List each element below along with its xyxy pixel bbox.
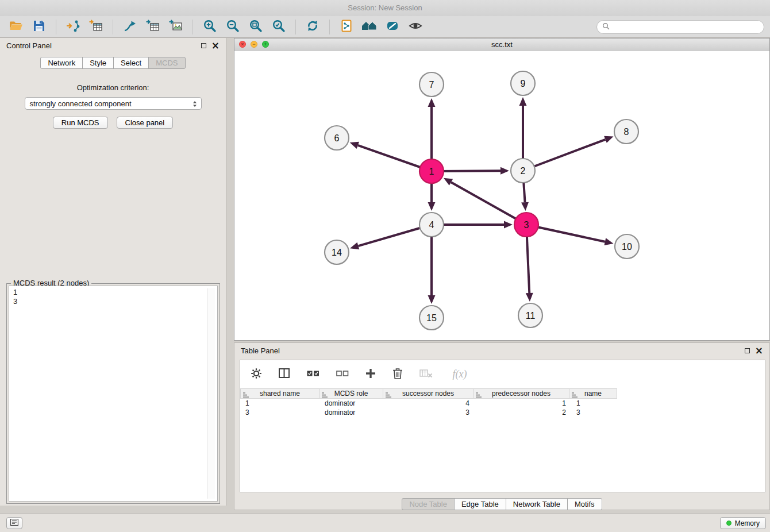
- table-cell[interactable]: 2: [475, 408, 571, 417]
- tab-network-table[interactable]: Network Table: [506, 498, 568, 510]
- export-table-button[interactable]: [143, 18, 163, 36]
- graph-node-6[interactable]: 6: [325, 126, 349, 150]
- window-maximize-button[interactable]: +: [262, 41, 269, 48]
- function-builder-button[interactable]: f(x): [449, 365, 471, 384]
- magnifier-minus-icon: [226, 19, 240, 34]
- table-settings-button[interactable]: [249, 365, 263, 384]
- graph-node-14[interactable]: 14: [325, 240, 349, 264]
- graph-edge-arrow: [519, 97, 527, 106]
- mcds-result-group: MCDS result (2 nodes) 13: [6, 283, 220, 504]
- apply-style-button[interactable]: [382, 18, 403, 36]
- table-cell[interactable]: 3: [571, 408, 619, 417]
- float-panel-icon[interactable]: [745, 348, 750, 353]
- table-cell[interactable]: 3: [384, 408, 475, 417]
- zoom-selected-button[interactable]: [268, 18, 289, 36]
- mcds-result-item[interactable]: 3: [13, 297, 213, 306]
- zoom-fit-button[interactable]: [245, 18, 266, 36]
- table-cell[interactable]: dominator: [319, 408, 384, 417]
- table-cell[interactable]: 1: [571, 399, 619, 408]
- tab-select[interactable]: Select: [113, 57, 149, 69]
- network-window-titlebar[interactable]: × − + scc.txt: [234, 38, 769, 51]
- table-row[interactable]: 3dominator323: [240, 408, 765, 417]
- homes-icon: [361, 19, 378, 34]
- import-table-button[interactable]: [86, 18, 106, 36]
- column-header-predecessor-nodes[interactable]: predecessor nodes: [473, 388, 569, 399]
- show-hide-graphics-button[interactable]: [405, 18, 426, 36]
- import-network-button[interactable]: [63, 18, 83, 36]
- zoom-in-button[interactable]: [199, 18, 220, 36]
- window-close-button[interactable]: ×: [239, 41, 246, 48]
- table-cell[interactable]: dominator: [319, 399, 384, 408]
- graph-node-2[interactable]: 2: [511, 159, 535, 183]
- column-header-name[interactable]: name: [569, 388, 617, 399]
- column-header-shared-name[interactable]: shared name: [240, 388, 319, 399]
- mcds-result-list[interactable]: 13: [9, 286, 218, 502]
- delete-row-button[interactable]: [391, 365, 404, 384]
- add-row-button[interactable]: [364, 365, 377, 384]
- delete-table-button[interactable]: [418, 365, 434, 384]
- task-history-button[interactable]: [6, 517, 22, 529]
- search-box[interactable]: [596, 20, 764, 34]
- plus-icon: [365, 368, 376, 380]
- control-panel: Control Panel × NetworkStyleSelectMCDS O…: [0, 38, 226, 506]
- close-panel-icon[interactable]: ×: [755, 346, 763, 354]
- tab-node-table[interactable]: Node Table: [402, 498, 455, 510]
- mcds-result-item[interactable]: 1: [13, 288, 213, 297]
- column-header-label: shared name: [260, 390, 300, 398]
- graph-node-11[interactable]: 11: [518, 303, 542, 327]
- save-session-button[interactable]: [29, 18, 49, 36]
- home-layouts-button[interactable]: [359, 18, 380, 36]
- graph-node-8[interactable]: 8: [614, 119, 638, 144]
- tab-style[interactable]: Style: [82, 57, 114, 69]
- graph-node-15[interactable]: 15: [419, 306, 444, 330]
- graph-edge-3-1[interactable]: [451, 182, 526, 225]
- graph-node-10[interactable]: 10: [615, 234, 639, 259]
- column-header-MCDS-role[interactable]: MCDS role: [319, 388, 383, 399]
- close-panel-button[interactable]: Close panel: [117, 117, 174, 129]
- network-canvas[interactable]: 7968124314101511: [234, 51, 769, 340]
- criterion-dropdown[interactable]: strongly connected component: [25, 97, 202, 110]
- trash-icon: [392, 368, 403, 381]
- window-minimize-button[interactable]: −: [251, 41, 257, 48]
- magnifier-selected-icon: [272, 19, 286, 34]
- tab-edge-table[interactable]: Edge Table: [454, 498, 506, 510]
- graph-node-1[interactable]: 1: [419, 159, 444, 183]
- graph-node-7[interactable]: 7: [419, 72, 444, 97]
- export-network-button[interactable]: [120, 18, 140, 36]
- zoom-out-button[interactable]: [222, 18, 243, 36]
- column-header-label: MCDS role: [334, 390, 368, 398]
- memory-status-icon: [726, 521, 732, 526]
- split-view-button[interactable]: [278, 365, 291, 384]
- table-cell[interactable]: 1: [240, 399, 319, 408]
- open-session-button[interactable]: [6, 18, 26, 36]
- table-cell[interactable]: 3: [240, 408, 319, 417]
- node-table-header-row: shared nameMCDS rolesuccessor nodesprede…: [240, 388, 765, 399]
- run-mcds-button[interactable]: Run MCDS: [53, 117, 108, 129]
- table-cell[interactable]: 4: [384, 399, 475, 408]
- search-input[interactable]: [613, 23, 759, 31]
- table-cell[interactable]: 1: [475, 399, 571, 408]
- tab-network[interactable]: Network: [40, 57, 83, 69]
- table-row[interactable]: 1dominator411: [240, 399, 765, 408]
- deselect-all-button[interactable]: [335, 365, 350, 384]
- annotations-button[interactable]: [336, 18, 357, 36]
- network-graph-canvas[interactable]: 7968124314101511: [234, 51, 769, 340]
- refresh-layout-button[interactable]: [302, 18, 323, 36]
- memory-button[interactable]: Memory: [720, 517, 766, 529]
- export-image-button[interactable]: [165, 18, 186, 36]
- graph-node-9[interactable]: 9: [511, 71, 535, 95]
- select-all-button[interactable]: [306, 365, 321, 384]
- tab-mcds[interactable]: MCDS: [148, 57, 185, 69]
- window-titlebar[interactable]: Session: New Session: [0, 0, 770, 16]
- float-panel-icon[interactable]: [201, 43, 206, 48]
- result-scrollbar[interactable]: [207, 288, 215, 499]
- column-header-successor-nodes[interactable]: successor nodes: [383, 388, 473, 399]
- graph-node-4[interactable]: 4: [419, 213, 444, 237]
- tab-motifs[interactable]: Motifs: [567, 498, 602, 510]
- task-list-icon: [10, 519, 18, 527]
- graph-edge-arrow: [428, 295, 436, 304]
- column-header-label: name: [584, 390, 602, 398]
- close-panel-icon[interactable]: ×: [211, 41, 220, 49]
- graph-node-3[interactable]: 3: [514, 213, 538, 237]
- graph-edge-2-8[interactable]: [523, 140, 606, 171]
